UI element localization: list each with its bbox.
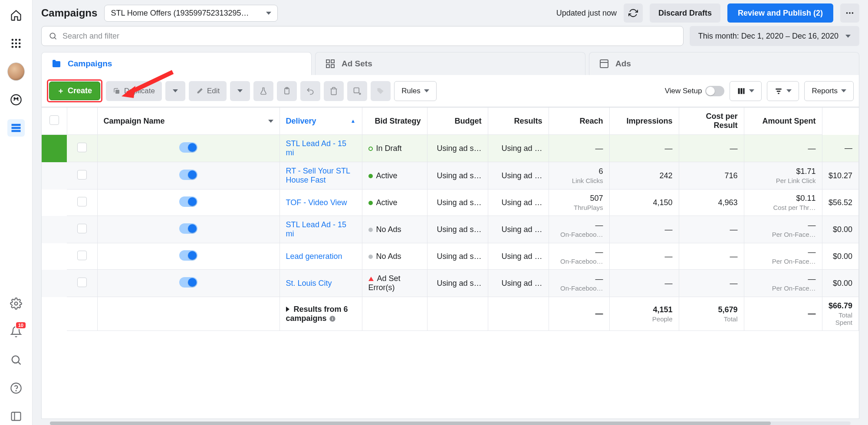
campaign-name-link[interactable]: TOF - Video View bbox=[279, 190, 362, 216]
undo-button[interactable] bbox=[300, 81, 320, 101]
export-button[interactable] bbox=[347, 81, 367, 101]
clipboard-icon bbox=[283, 87, 291, 95]
nav-gauge[interactable] bbox=[7, 91, 25, 108]
tab-adsets[interactable]: Ad Sets bbox=[315, 52, 585, 75]
select-all-checkbox[interactable] bbox=[49, 115, 59, 125]
col-reach[interactable]: Reach bbox=[549, 108, 609, 135]
nav-notifications[interactable] bbox=[7, 323, 25, 340]
svg-rect-36 bbox=[776, 88, 782, 90]
top-bar: Campaigns STL Home Offers (1935997523132… bbox=[33, 0, 868, 26]
row-checkbox[interactable] bbox=[77, 197, 87, 206]
tab-campaigns[interactable]: Campaigns bbox=[41, 52, 312, 75]
create-button[interactable]: Create bbox=[49, 82, 100, 100]
col-results[interactable]: Results bbox=[488, 108, 549, 135]
results-cell: —On-Faceboo… bbox=[549, 270, 609, 297]
table-row[interactable]: St. Louis City Ad Set Error(s) Using ad … bbox=[42, 270, 859, 297]
breakdown-button[interactable] bbox=[767, 81, 799, 101]
caret-down-icon bbox=[786, 89, 792, 92]
row-checkbox[interactable] bbox=[77, 170, 87, 180]
nav-home[interactable] bbox=[7, 7, 25, 24]
svg-rect-38 bbox=[778, 93, 779, 94]
edit-button[interactable]: Edit bbox=[189, 81, 227, 101]
duplicate-button[interactable]: Duplicate bbox=[106, 81, 162, 101]
row-checkbox[interactable] bbox=[77, 251, 87, 260]
account-selector[interactable]: STL Home Offers (193599752313295… bbox=[104, 5, 278, 22]
date-range-button[interactable]: This month: Dec 1, 2020 – Dec 16, 2020 bbox=[690, 26, 859, 46]
columns-button[interactable] bbox=[730, 81, 762, 101]
table-row[interactable]: TOF - Video View Active Using ad s… Usin… bbox=[42, 190, 859, 216]
col-impressions[interactable]: Impressions bbox=[609, 108, 679, 135]
nav-settings[interactable] bbox=[7, 295, 25, 312]
row-indicator bbox=[42, 243, 67, 270]
campaign-name-link[interactable]: STL Lead Ad - 15 mi bbox=[279, 135, 362, 162]
campaign-name-link[interactable]: RT - Sell Your STL House Fast bbox=[279, 162, 362, 190]
svg-rect-14 bbox=[12, 130, 21, 132]
row-toggle-cell bbox=[97, 243, 279, 270]
campaign-name-link[interactable]: Lead generation bbox=[279, 243, 362, 270]
campaign-name-link[interactable]: STL Lead Ad - 15 mi bbox=[279, 216, 362, 243]
sidebar-icon bbox=[10, 410, 22, 422]
bid-cell: Using ad s… bbox=[427, 270, 488, 297]
table-row[interactable]: RT - Sell Your STL House Fast Active Usi… bbox=[42, 162, 859, 190]
campaign-name-link[interactable]: St. Louis City bbox=[279, 270, 362, 297]
row-toggle[interactable] bbox=[179, 142, 197, 153]
status-dot-icon bbox=[368, 277, 374, 281]
duplicate-dropdown[interactable] bbox=[165, 81, 185, 101]
tag-button[interactable] bbox=[371, 81, 391, 101]
cpr-cell: $0.11Cost per Thr… bbox=[744, 190, 822, 216]
review-publish-button[interactable]: Review and Publish (2) bbox=[727, 3, 833, 23]
reports-button[interactable]: Reports bbox=[804, 81, 854, 101]
tag-icon bbox=[376, 87, 385, 95]
more-button[interactable] bbox=[840, 3, 859, 23]
search-box[interactable] bbox=[41, 26, 684, 46]
row-toggle[interactable] bbox=[179, 277, 197, 288]
clipboard-button[interactable] bbox=[277, 81, 297, 101]
summary-results: — bbox=[549, 297, 609, 331]
nav-apps[interactable] bbox=[7, 35, 25, 52]
row-toggle-cell bbox=[97, 135, 279, 162]
campaigns-table-wrap: Campaign Name Delivery▲ Bid Strategy Bud… bbox=[41, 107, 859, 419]
row-toggle[interactable] bbox=[179, 250, 197, 261]
search-input[interactable] bbox=[62, 32, 676, 41]
col-delivery[interactable]: Delivery▲ bbox=[279, 108, 362, 135]
search-row: This month: Dec 1, 2020 – Dec 16, 2020 bbox=[33, 26, 868, 52]
row-toggle[interactable] bbox=[179, 223, 197, 234]
svg-text:i: i bbox=[332, 317, 333, 321]
table-row[interactable]: STL Lead Ad - 15 mi In Draft Using ad s…… bbox=[42, 135, 859, 162]
export-icon bbox=[353, 87, 362, 95]
rules-button[interactable]: Rules bbox=[394, 81, 436, 101]
tab-ads[interactable]: Ads bbox=[589, 52, 859, 75]
caret-right-icon[interactable] bbox=[286, 307, 289, 312]
nav-ads-manager[interactable] bbox=[7, 119, 25, 137]
discard-drafts-button[interactable]: Discard Drafts bbox=[650, 3, 720, 23]
edit-dropdown[interactable] bbox=[230, 81, 250, 101]
col-spent[interactable]: Amount Spent bbox=[744, 108, 822, 135]
home-icon bbox=[10, 9, 22, 21]
delete-button[interactable] bbox=[324, 81, 344, 101]
row-checkbox[interactable] bbox=[77, 278, 87, 287]
toggle-switch[interactable] bbox=[705, 86, 724, 96]
view-setup-toggle[interactable]: View Setup bbox=[665, 86, 725, 96]
row-toggle[interactable] bbox=[179, 196, 197, 207]
nav-profile[interactable] bbox=[7, 63, 25, 80]
nav-search[interactable] bbox=[7, 351, 25, 369]
horizontal-scrollbar[interactable] bbox=[50, 422, 851, 425]
flask-icon bbox=[259, 87, 268, 95]
refresh-button[interactable] bbox=[624, 3, 643, 23]
row-checkbox[interactable] bbox=[77, 224, 87, 233]
col-budget[interactable]: Budget bbox=[427, 108, 488, 135]
col-name[interactable]: Campaign Name bbox=[97, 108, 279, 135]
test-button[interactable] bbox=[253, 81, 273, 101]
nav-collapse[interactable] bbox=[7, 408, 25, 425]
table-row[interactable]: Lead generation No Ads Using ad s… Using… bbox=[42, 243, 859, 270]
col-bid[interactable]: Bid Strategy bbox=[362, 108, 427, 135]
row-toggle[interactable] bbox=[179, 170, 197, 180]
nav-help[interactable] bbox=[7, 379, 25, 397]
col-checkbox[interactable] bbox=[42, 108, 67, 135]
row-checkbox[interactable] bbox=[77, 143, 87, 152]
impressions-cell: — bbox=[679, 135, 744, 162]
reach-cell: 4,150 bbox=[609, 190, 679, 216]
tab-label: Ad Sets bbox=[342, 59, 372, 69]
table-row[interactable]: STL Lead Ad - 15 mi No Ads Using ad s… U… bbox=[42, 216, 859, 243]
col-cpr[interactable]: Cost per Result bbox=[679, 108, 744, 135]
